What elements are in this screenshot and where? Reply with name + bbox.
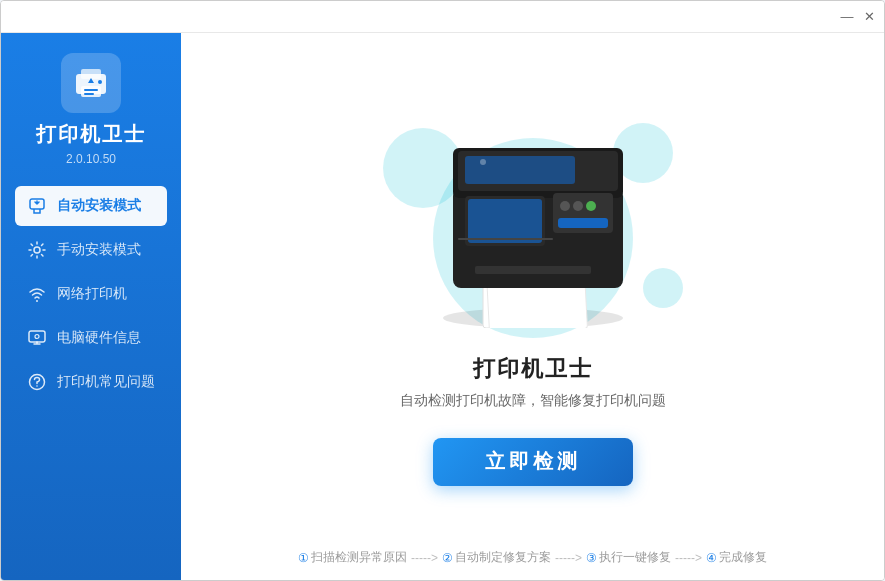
svg-point-31 [573,201,583,211]
wifi-icon [27,284,47,304]
title-bar: — ✕ [1,1,884,33]
sidebar-item-manual-install[interactable]: 手动安装模式 [15,230,167,270]
right-panel: 打印机卫士 自动检测打印机故障，智能修复打印机问题 立即检测 ① 扫描检测异常原… [181,33,884,580]
monitor-icon [27,328,47,348]
nav-label-manual-install: 手动安装模式 [57,241,141,259]
sidebar-item-faq[interactable]: 打印机常见问题 [15,362,167,402]
svg-rect-3 [84,89,98,91]
svg-point-8 [34,247,40,253]
step-3-text: 执行一键修复 [599,549,671,566]
svg-rect-4 [84,93,94,95]
nav-label-faq: 打印机常见问题 [57,373,155,391]
nav-label-network-printer: 网络打印机 [57,285,127,303]
step-1: ① 扫描检测异常原因 [298,549,407,566]
arrow-1: -----> [411,551,438,565]
svg-rect-36 [475,266,591,274]
svg-rect-33 [558,218,608,228]
sidebar-version: 2.0.10.50 [66,152,116,166]
step-2: ② 自动制定修复方案 [442,549,551,566]
step-3-num: ③ [586,551,597,565]
minimize-button[interactable]: — [840,10,854,24]
svg-point-5 [98,80,102,84]
printer-area: 打印机卫士 自动检测打印机故障，智能修复打印机问题 立即检测 [373,118,693,486]
svg-point-32 [586,201,596,211]
sidebar-item-pc-hardware[interactable]: 电脑硬件信息 [15,318,167,358]
svg-rect-2 [81,86,101,97]
svg-point-13 [36,385,38,387]
close-button[interactable]: ✕ [862,10,876,24]
step-4-num: ④ [706,551,717,565]
step-2-text: 自动制定修复方案 [455,549,551,566]
printer-svg-wrap [403,118,663,328]
svg-point-30 [560,201,570,211]
detect-button[interactable]: 立即检测 [433,438,633,486]
svg-rect-37 [458,238,553,240]
svg-point-38 [480,159,486,165]
step-1-num: ① [298,551,309,565]
nav-label-pc-hardware: 电脑硬件信息 [57,329,141,347]
arrow-2: -----> [555,551,582,565]
printer-illustration [373,118,693,338]
footer-steps: ① 扫描检测异常原因 -----> ② 自动制定修复方案 -----> ③ 执行… [181,549,884,566]
step-2-num: ② [442,551,453,565]
help-icon [27,372,47,392]
step-1-text: 扫描检测异常原因 [311,549,407,566]
sidebar-app-title: 打印机卫士 [36,121,146,148]
settings-icon [27,240,47,260]
step-3: ③ 执行一键修复 [586,549,671,566]
app-logo [61,53,121,113]
main-window: — ✕ 打印机卫士 2.0.10.50 [0,0,885,581]
sidebar-item-network-printer[interactable]: 网络打印机 [15,274,167,314]
svg-rect-10 [29,331,45,342]
sidebar-item-auto-install[interactable]: 自动安装模式 [15,186,167,226]
sidebar-nav: 自动安装模式 手动安装模式 [1,186,181,402]
download-icon [27,196,47,216]
nav-label-auto-install: 自动安装模式 [57,197,141,215]
svg-point-9 [36,300,38,302]
main-app-desc: 自动检测打印机故障，智能修复打印机问题 [400,392,666,410]
main-app-title: 打印机卫士 [473,354,593,384]
logo-icon [72,64,110,102]
svg-rect-35 [468,199,542,243]
step-4: ④ 完成修复 [706,549,767,566]
title-bar-controls: — ✕ [840,10,876,24]
arrow-3: -----> [675,551,702,565]
main-content: 打印机卫士 2.0.10.50 自动安装模式 [1,33,884,580]
svg-rect-1 [81,69,101,79]
step-4-text: 完成修复 [719,549,767,566]
sidebar: 打印机卫士 2.0.10.50 自动安装模式 [1,33,181,580]
svg-point-11 [35,335,39,339]
